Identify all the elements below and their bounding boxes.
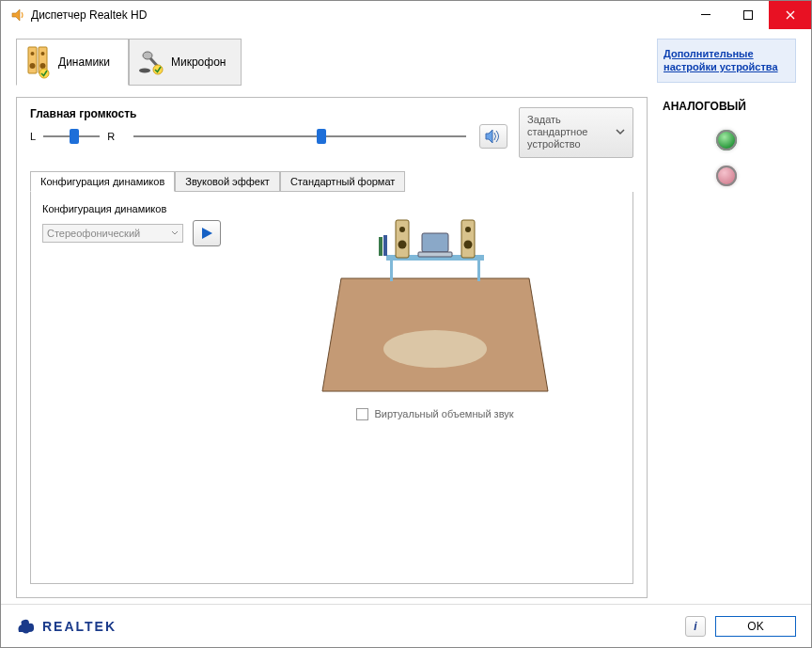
chevron-down-icon xyxy=(171,228,179,239)
subtab-default-format[interactable]: Стандартный формат xyxy=(280,171,405,192)
analog-section-label: АНАЛОГОВЫЙ xyxy=(663,100,796,113)
master-volume-group: Главная громкость L R xyxy=(30,107,508,149)
virtual-surround-label: Виртуальный объемный звук xyxy=(374,408,513,419)
realtek-brand-text: REALTEK xyxy=(42,619,117,634)
jack-line-out[interactable] xyxy=(716,130,737,150)
tab-microphone[interactable]: Микрофон xyxy=(129,39,242,86)
app-icon xyxy=(10,8,25,23)
svg-point-23 xyxy=(465,227,471,232)
chevron-down-icon xyxy=(616,127,625,138)
main-panel: Главная громкость L R xyxy=(16,97,648,598)
footer: REALTEK i OK xyxy=(1,604,811,647)
svg-rect-22 xyxy=(461,220,475,258)
ok-button[interactable]: OK xyxy=(715,616,796,637)
svg-point-7 xyxy=(40,63,46,69)
window-title: Диспетчер Realtek HD xyxy=(31,8,684,22)
tab-microphone-label: Микрофон xyxy=(171,55,226,69)
device-tabs: Динамики Микрофон xyxy=(16,39,648,86)
svg-point-11 xyxy=(153,65,163,74)
volume-slider[interactable] xyxy=(133,128,466,145)
svg-rect-18 xyxy=(418,252,452,257)
subtabs: Конфигурация динамиков Звуковой эффект С… xyxy=(30,171,633,192)
speaker-config-label: Конфигурация динамиков xyxy=(42,203,230,214)
svg-rect-0 xyxy=(701,14,710,15)
info-button[interactable]: i xyxy=(685,616,706,637)
balance-right-label: R xyxy=(107,131,115,142)
svg-point-21 xyxy=(398,240,407,248)
svg-rect-16 xyxy=(477,261,480,281)
microphone-icon xyxy=(139,48,165,76)
svg-rect-15 xyxy=(390,261,393,281)
balance-slider[interactable] xyxy=(43,128,100,145)
svg-point-20 xyxy=(399,227,405,232)
svg-rect-26 xyxy=(383,235,387,256)
svg-rect-19 xyxy=(396,220,409,258)
master-volume-title: Главная громкость xyxy=(30,107,508,120)
test-play-button[interactable] xyxy=(193,220,221,246)
mute-button[interactable] xyxy=(479,124,508,149)
room-illustration xyxy=(285,203,586,401)
svg-rect-25 xyxy=(379,237,383,256)
window: Диспетчер Realtek HD xyxy=(0,0,812,648)
svg-rect-1 xyxy=(743,11,752,20)
set-default-label: Задать стандартное устройство xyxy=(527,114,612,151)
advanced-device-settings-link[interactable]: Дополнительные настройки устройства xyxy=(657,39,796,83)
speaker-config-panel: Конфигурация динамиков Стереофонический xyxy=(30,192,633,584)
tab-speakers-label: Динамики xyxy=(58,55,110,69)
room-visualization: Виртуальный объемный звук xyxy=(249,203,621,572)
svg-rect-2 xyxy=(28,47,37,73)
minimize-button[interactable] xyxy=(684,1,726,29)
speakers-icon xyxy=(26,45,53,79)
svg-rect-17 xyxy=(422,233,448,252)
master-volume-row: Главная громкость L R xyxy=(30,107,633,158)
svg-point-4 xyxy=(31,52,35,55)
balance-left-label: L xyxy=(30,131,36,142)
content: Динамики Микрофон xyxy=(1,29,811,604)
virtual-surround-checkbox[interactable] xyxy=(356,408,368,420)
close-button[interactable] xyxy=(769,1,811,29)
speaker-config-value: Стереофонический xyxy=(47,228,140,239)
svg-point-6 xyxy=(41,52,45,55)
side-column: Дополнительные настройки устройства АНАЛ… xyxy=(657,39,796,598)
main-column: Динамики Микрофон xyxy=(16,39,648,598)
subtab-speaker-config[interactable]: Конфигурация динамиков xyxy=(30,171,175,192)
jack-mic-in[interactable] xyxy=(716,166,737,186)
speaker-config-box: Конфигурация динамиков Стереофонический xyxy=(42,203,230,572)
svg-point-5 xyxy=(30,63,36,69)
svg-point-13 xyxy=(383,330,487,368)
titlebar: Диспетчер Realtek HD xyxy=(1,1,811,29)
subtab-sound-effect[interactable]: Звуковой эффект xyxy=(175,171,280,192)
tab-speakers[interactable]: Динамики xyxy=(16,39,129,86)
svg-point-24 xyxy=(464,240,473,248)
svg-point-10 xyxy=(139,69,150,73)
set-default-device-button[interactable]: Задать стандартное устройство xyxy=(519,107,633,158)
speaker-config-select[interactable]: Стереофонический xyxy=(42,224,183,243)
maximize-button[interactable] xyxy=(726,1,769,29)
svg-point-8 xyxy=(39,69,49,78)
virtual-surround-row: Виртуальный объемный звук xyxy=(356,408,513,420)
realtek-logo: REALTEK xyxy=(16,617,117,636)
